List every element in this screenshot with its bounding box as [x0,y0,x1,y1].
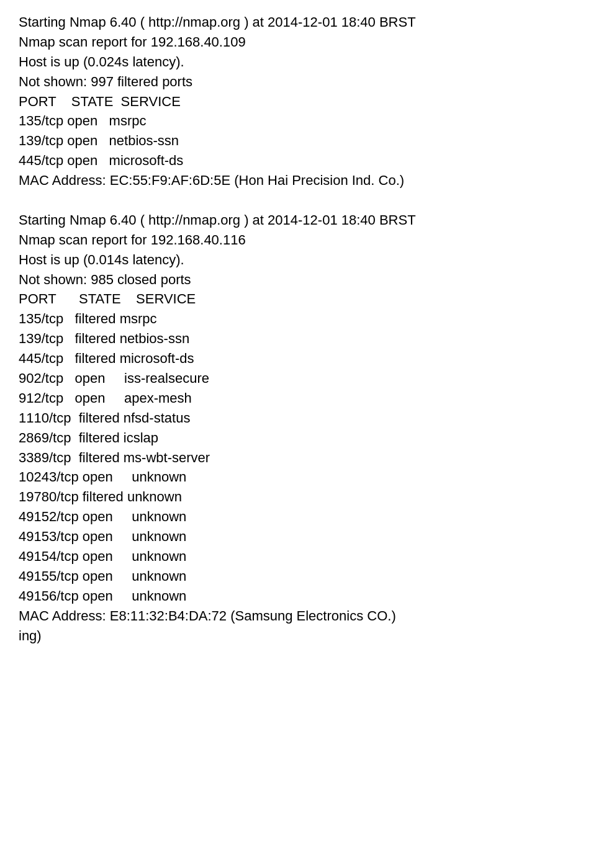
nmap-output: Starting Nmap 6.40 ( http://nmap.org ) a… [19,12,577,646]
